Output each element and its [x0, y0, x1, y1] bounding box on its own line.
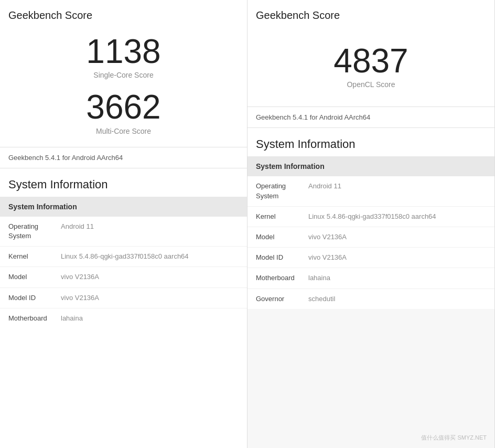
- right-table-row: Governor schedutil: [248, 289, 494, 309]
- left-table-row: Operating System Android 11: [0, 217, 247, 247]
- left-table-row: Kernel Linux 5.4.86-qgki-gad337f0158c0 a…: [0, 247, 247, 267]
- main-container: Geekbench Score 1138 Single-Core Score 3…: [0, 0, 495, 448]
- left-row-value-3: vivo V2136A: [61, 293, 239, 303]
- right-system-info-header: System Information: [248, 128, 494, 156]
- right-row-key-1: Kernel: [256, 212, 308, 221]
- right-panel: Geekbench Score 4837 OpenCL Score Geekbe…: [248, 0, 495, 448]
- right-row-value-2: vivo V2136A: [308, 232, 486, 242]
- left-table-row: Motherboard lahaina: [0, 308, 247, 328]
- right-version-line: Geekbench 5.4.1 for Android AArch64: [248, 107, 494, 127]
- watermark: 值什么值得买 SMYZ.NET: [421, 434, 487, 442]
- right-table-row: Kernel Linux 5.4.86-qgki-gad337f0158c0 a…: [248, 207, 494, 227]
- left-row-key-3: Model ID: [8, 293, 61, 303]
- right-table-header: System Information: [248, 156, 494, 176]
- left-version-line: Geekbench 5.4.1 for Android AArch64: [0, 147, 247, 168]
- left-multi-core-score: 3662: [8, 89, 239, 125]
- right-geekbench-title: Geekbench Score: [256, 9, 486, 22]
- right-row-key-2: Model: [256, 232, 308, 242]
- left-geekbench-section: Geekbench Score 1138 Single-Core Score 3…: [0, 0, 247, 147]
- left-table-section: System Information Operating System Andr…: [0, 197, 247, 328]
- right-table-section: System Information Operating System Andr…: [248, 156, 494, 308]
- right-row-key-5: Governor: [256, 294, 308, 304]
- left-row-value-4: lahaina: [61, 314, 239, 323]
- right-opencl-label: OpenCL Score: [256, 80, 486, 89]
- right-row-key-4: Motherboard: [256, 273, 308, 283]
- right-table-row: Operating System Android 11: [248, 176, 494, 206]
- right-table-rows: Operating System Android 11 Kernel Linux…: [248, 176, 494, 308]
- left-row-value-0: Android 11: [61, 222, 239, 231]
- right-row-value-5: schedutil: [308, 294, 486, 304]
- right-row-key-3: Model ID: [256, 253, 308, 262]
- right-geekbench-section: Geekbench Score 4837 OpenCL Score: [248, 0, 494, 106]
- left-single-core-block: 1138 Single-Core Score: [8, 28, 239, 83]
- right-row-value-3: vivo V2136A: [308, 253, 486, 262]
- left-row-value-1: Linux 5.4.86-qgki-gad337f0158c0 aarch64: [61, 252, 239, 261]
- left-geekbench-title: Geekbench Score: [8, 9, 239, 22]
- left-single-core-score: 1138: [8, 33, 239, 70]
- right-opencl-block: 4837 OpenCL Score: [256, 28, 486, 99]
- right-system-info-title: System Information: [256, 137, 486, 151]
- left-row-key-4: Motherboard: [8, 314, 61, 323]
- left-table-row: Model ID vivo V2136A: [0, 288, 247, 308]
- left-table-header: System Information: [0, 197, 247, 217]
- left-table-rows: Operating System Android 11 Kernel Linux…: [0, 217, 247, 328]
- right-table-row: Model ID vivo V2136A: [248, 248, 494, 268]
- right-table-row: Model vivo V2136A: [248, 227, 494, 248]
- right-table-row: Motherboard lahaina: [248, 268, 494, 289]
- left-multi-core-block: 3662 Multi-Core Score: [8, 83, 239, 139]
- left-multi-core-label: Multi-Core Score: [8, 127, 239, 135]
- right-row-key-0: Operating System: [256, 182, 308, 200]
- left-table-row: Model vivo V2136A: [0, 267, 247, 287]
- right-opencl-score: 4837: [256, 42, 486, 79]
- left-row-key-1: Kernel: [8, 252, 61, 261]
- left-system-info-header: System Information: [0, 168, 247, 197]
- left-row-value-2: vivo V2136A: [61, 272, 239, 282]
- left-row-key-0: Operating System: [8, 222, 61, 241]
- left-row-key-2: Model: [8, 272, 61, 282]
- left-single-core-label: Single-Core Score: [8, 71, 239, 79]
- left-panel: Geekbench Score 1138 Single-Core Score 3…: [0, 0, 248, 448]
- right-row-value-0: Android 11: [308, 182, 486, 191]
- right-row-value-4: lahaina: [308, 273, 486, 283]
- left-system-info-title: System Information: [8, 178, 239, 191]
- right-table-header-text: System Information: [256, 162, 325, 170]
- right-row-value-1: Linux 5.4.86-qgki-gad337f0158c0 aarch64: [308, 212, 486, 221]
- left-table-header-text: System Information: [8, 202, 77, 211]
